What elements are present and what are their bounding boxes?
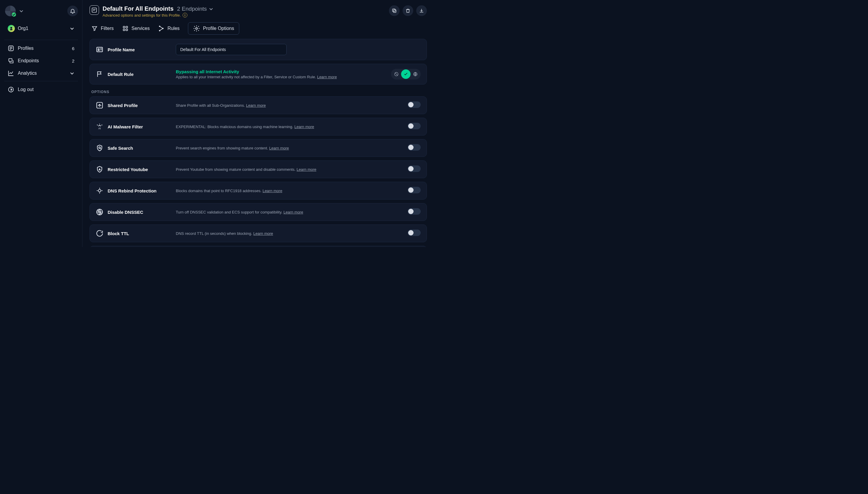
svg-rect-2 [10,29,13,30]
shield-icon [96,166,103,173]
profile-name-card: Profile Name [90,39,427,60]
tab-label: Services [132,26,150,31]
options-heading: OPTIONS [91,90,427,94]
tab-rules[interactable]: Rules [158,25,180,32]
tab-profile-options[interactable]: Profile Options [188,22,239,35]
org-avatar-icon [8,25,15,32]
option-toggle[interactable] [408,123,421,129]
svg-point-20 [159,30,160,31]
profile-icon [90,5,99,15]
main-content: Default For All Endpoints 2 Endpoints Ad… [82,0,434,247]
svg-point-0 [12,13,16,17]
option-row: AI AI Malware Filter EXPERIMENTAL: Block… [90,118,427,135]
duplicate-button[interactable] [389,5,400,16]
share-icon [96,101,103,109]
svg-line-32 [100,148,101,149]
option-row: DNS Rebind Protection Blocks domains tha… [90,182,427,200]
nav-analytics[interactable]: Analytics [4,67,78,79]
flag-icon [96,70,103,78]
tab-bar: Filters Services Rules Profile Options [90,22,427,35]
svg-rect-13 [392,9,395,12]
grid-icon [122,25,129,32]
search-shield-icon [96,144,103,152]
svg-text:AI: AI [98,127,101,130]
option-title: DNS Rebind Protection [108,188,156,193]
option-toggle[interactable] [408,187,421,193]
rules-icon [158,25,165,32]
field-label: Profile Name [108,47,135,52]
option-title: Block TTL [108,231,129,236]
org-selector[interactable]: Org1 [4,22,78,35]
option-desc: DNS record TTL (in seconds) when blockin… [176,231,253,236]
nav-endpoints[interactable]: Endpoints 2 [4,55,78,67]
field-label: Default Rule [108,72,134,77]
learn-more-link[interactable]: Learn more [317,75,337,79]
option-title: Shared Profile [108,103,138,108]
profiles-icon [8,45,14,52]
info-icon[interactable]: i [182,13,187,18]
tab-label: Filters [101,26,114,31]
option-title: Disable DNSSEC [108,210,143,215]
default-rule-card: Default Rule Bypassing all Internet Acti… [90,64,427,84]
download-button[interactable] [416,5,427,16]
gear-icon [193,25,200,32]
default-rule-status: Bypassing all Internet Activity [176,69,386,74]
svg-rect-14 [123,26,125,28]
svg-rect-15 [126,26,128,28]
learn-more-link[interactable]: Learn more [294,125,314,129]
nav-profiles[interactable]: Profiles 6 [4,42,78,54]
svg-point-23 [98,49,99,50]
option-row: Restricted Youtube Prevent Youtube from … [90,160,427,178]
chevron-down-icon [19,8,24,13]
learn-more-link[interactable]: Learn more [297,167,316,172]
learn-more-link[interactable]: Learn more [253,231,273,236]
nav-label: Log out [18,87,34,92]
option-desc: EXPERIMENTAL: Blocks malicious domains u… [176,125,294,129]
option-toggle[interactable] [408,208,421,215]
tab-label: Profile Options [203,26,234,31]
tab-filters[interactable]: Filters [91,25,114,32]
tab-label: Rules [168,26,180,31]
chevron-down-icon [70,26,74,31]
profile-name-input[interactable] [176,44,287,55]
option-row: Disable DNSSEC Turn off DNSSEC validatio… [90,203,427,221]
globe-off-icon [96,208,103,216]
option-desc: Blocks domains that point to RFC1918 add… [176,189,263,193]
nav-logout[interactable]: Log out [4,83,78,95]
nav-label: Analytics [18,71,37,76]
svg-point-31 [99,147,100,148]
learn-more-link[interactable]: Learn more [269,146,289,150]
endpoints-count-label: 2 Endpoints [177,6,207,12]
mode-block-button[interactable] [392,70,401,79]
chevron-down-icon [209,6,213,11]
notifications-button[interactable] [67,6,78,16]
svg-rect-12 [393,10,396,13]
option-toggle[interactable] [408,101,421,108]
delete-button[interactable] [403,5,413,16]
option-desc: Turn off DNSSEC validation and ECS suppo… [176,210,284,214]
tab-services[interactable]: Services [122,25,150,32]
learn-more-link[interactable]: Learn more [263,189,282,193]
chevron-down-icon [70,71,74,76]
svg-rect-17 [126,29,128,31]
nav-label: Endpoints [18,58,39,63]
learn-more-link[interactable]: Learn more [246,103,266,108]
funnel-icon [91,25,98,32]
learn-more-link[interactable]: Learn more [284,210,303,214]
option-row: Redirect TTL DNS record TTL (in seconds)… [90,246,427,247]
option-toggle[interactable] [408,229,421,236]
endpoints-count-dropdown[interactable]: 2 Endpoints [177,6,213,12]
mode-redirect-button[interactable] [410,70,420,79]
option-title: AI Malware Filter [108,124,143,129]
svg-line-27 [395,73,398,75]
id-card-icon [96,46,103,53]
option-toggle[interactable] [408,144,421,151]
option-toggle[interactable] [408,166,421,172]
mode-bypass-button[interactable] [401,70,410,79]
option-row: Shared Profile Share Profile with all Su… [90,96,427,114]
app-logo-icon [4,5,17,17]
option-row: Safe Search Prevent search engines from … [90,139,427,157]
logo-dropdown[interactable] [4,5,24,17]
logout-icon [8,86,14,93]
nav-count: 6 [72,46,74,51]
